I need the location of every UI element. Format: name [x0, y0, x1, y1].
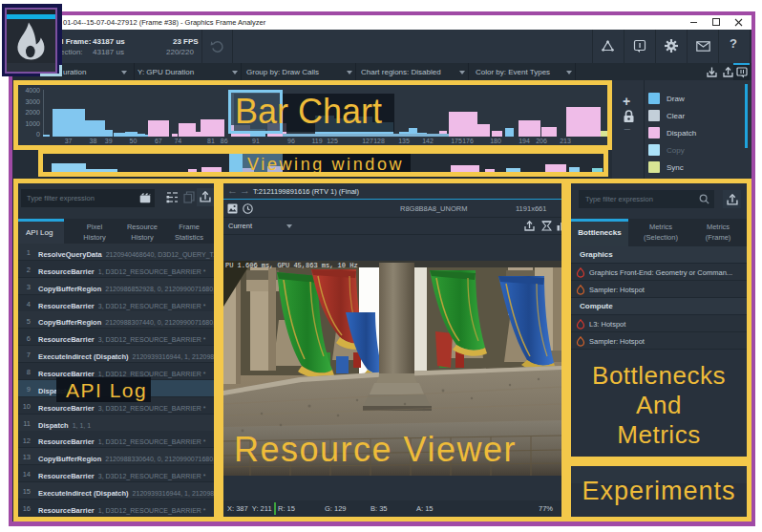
svg-text:PU 1.606 ms, GPU 45,863 ms,: PU 1.606 ms, GPU 45,863 ms, 10 Hz [225, 262, 358, 269]
